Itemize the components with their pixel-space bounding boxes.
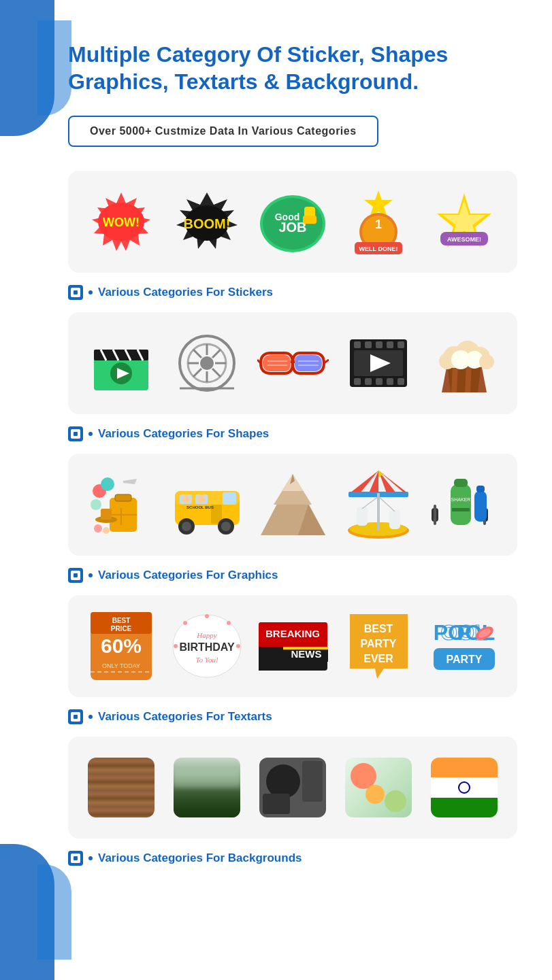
deco-bottom-left2 [37,864,71,960]
svg-point-90 [182,495,190,503]
best-party-textart[interactable]: BEST PARTY EVER [341,609,416,683]
mountain-graphic[interactable] [255,467,330,542]
svg-rect-56 [365,378,372,385]
school-bus-graphic[interactable]: SCHOOL BUS [169,467,244,542]
svg-rect-120 [476,486,485,492]
svg-text:Happy: Happy [196,631,216,639]
graphics-icon [68,568,83,583]
shapes-dot [88,432,93,436]
backgrounds-label-text: Various Categories For Backgrounds [98,851,302,865]
svg-text:PRICE: PRICE [111,625,132,632]
svg-rect-111 [451,484,471,525]
svg-point-132 [174,644,178,648]
svg-text:SCHOOL BUS: SCHOOL BUS [186,505,214,509]
svg-point-32 [200,356,214,370]
travel-graphic[interactable] [84,467,159,542]
textarts-icon [68,709,83,724]
svg-text:BIRTHDAY: BIRTHDAY [179,641,235,653]
svg-line-39 [212,350,221,358]
svg-rect-119 [474,491,487,522]
popcorn-shape[interactable] [427,326,502,401]
svg-rect-57 [376,378,383,385]
svg-rect-84 [223,492,236,505]
svg-rect-107 [389,510,400,529]
gym-graphic[interactable]: SHAKER [427,467,502,542]
svg-text:BREAKING: BREAKING [265,628,319,639]
svg-point-78 [94,524,102,533]
svg-rect-58 [387,378,393,385]
coffee-background[interactable] [255,750,330,825]
svg-point-91 [197,495,206,503]
good-job-sticker[interactable]: Good JOB [255,184,330,259]
svg-point-68 [479,354,494,369]
svg-rect-112 [454,479,468,487]
stickers-dot [88,290,93,294]
textarts-label-text: Various Categories For Textarts [98,710,272,724]
awesome-sticker[interactable]: AWESOME! [427,184,502,259]
stickers-row: WOW! BOOM! Good JOB [68,171,517,273]
svg-point-130 [183,621,187,625]
graphics-row: SCHOOL BUS [68,454,517,556]
svg-rect-116 [434,505,436,525]
backgrounds-section-label: Various Categories For Backgrounds [68,851,532,866]
svg-rect-59 [397,378,404,385]
graphics-label-text: Various Categories For Graphics [98,569,278,582]
happy-birthday-textart[interactable]: Happy BIRTHDAY To You! [169,609,244,683]
svg-point-75 [91,499,101,510]
boom-sticker[interactable]: BOOM! [169,184,244,259]
food-background[interactable] [341,750,416,825]
textarts-section-label: Various Categories For Textarts [68,709,532,724]
svg-rect-106 [357,507,368,526]
pool-party-textart[interactable]: P OOL POOL PARTY [427,609,502,683]
best-price-textart[interactable]: BEST PRICE 60% ONLY TODAY [84,609,159,683]
shapes-section-label: Various Categories For Shapes [68,426,532,441]
wood-background[interactable] [84,750,159,825]
svg-text:NEWS: NEWS [291,648,321,660]
india-flag-background[interactable] [427,750,502,825]
svg-point-79 [103,527,110,534]
svg-rect-143 [283,647,328,649]
3d-glasses-shape[interactable] [255,326,330,401]
svg-text:BEST: BEST [112,617,131,624]
textarts-row: BEST PRICE 60% ONLY TODAY Happy BIRTHDAY… [68,595,517,697]
svg-line-40 [193,369,201,377]
subtitle-box: Over 5000+ Custmize Data In Various Cate… [68,116,378,147]
shapes-icon [68,426,83,441]
svg-rect-51 [365,341,372,348]
film-strip-shape[interactable] [341,326,416,401]
wow-sticker[interactable]: WOW! [84,184,159,259]
backgrounds-dot [88,856,93,860]
svg-point-129 [205,614,209,618]
subtitle-text: Over 5000+ Custmize Data In Various Cate… [90,125,357,137]
svg-point-89 [221,522,231,531]
well-done-sticker[interactable]: 1 WELL DONE! [341,184,416,259]
svg-rect-77 [101,509,112,520]
svg-rect-141 [259,647,283,671]
clapperboard-shape[interactable] [84,326,159,401]
svg-point-131 [227,621,231,625]
svg-line-109 [378,496,395,511]
svg-text:PARTY: PARTY [360,638,396,649]
textarts-dot [88,715,93,719]
page-title: Multiple Category Of Sticker, Shapes Gra… [68,41,510,95]
graphics-dot [88,573,93,577]
svg-point-74 [101,477,114,491]
backgrounds-row [68,737,517,839]
forest-background[interactable] [169,750,244,825]
stickers-icon [68,285,83,300]
svg-text:JOB: JOB [278,220,306,235]
stickers-label-text: Various Categories For Stickers [98,286,273,299]
backgrounds-icon [68,851,83,866]
svg-text:1: 1 [375,218,382,231]
svg-point-133 [236,644,240,648]
carousel-graphic[interactable] [341,467,416,542]
svg-text:BEST: BEST [363,623,393,635]
shapes-label-text: Various Categories For Shapes [98,427,269,441]
film-reel-shape[interactable] [169,326,244,401]
content-area: Multiple Category Of Sticker, Shapes Gra… [61,0,552,919]
breaking-news-textart[interactable]: BREAKING NEWS [255,609,330,683]
svg-line-37 [193,350,201,358]
svg-rect-52 [376,341,383,348]
svg-text:EVER: EVER [363,653,393,664]
shapes-row [68,312,517,414]
